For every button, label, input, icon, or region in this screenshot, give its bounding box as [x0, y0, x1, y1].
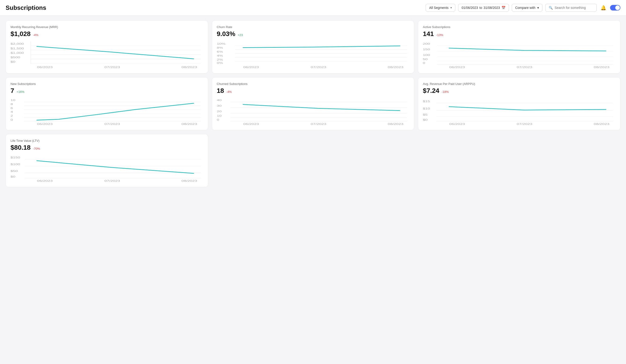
svg-text:$50: $50 [10, 170, 18, 172]
date-range-picker[interactable]: 01/06/2023 to 31/08/2023 📅 [458, 4, 509, 12]
svg-text:$15: $15 [423, 100, 430, 103]
main-content: Monthly Recurring Revenue (MRR) $1,028 -… [0, 16, 626, 196]
card-ltv-title: Life Time Value (LTV) [10, 139, 203, 143]
svg-text:6%: 6% [217, 50, 223, 53]
svg-text:0%: 0% [217, 62, 223, 64]
card-churned-subs-title: Churned Subscriptions [217, 82, 409, 86]
svg-text:40: 40 [217, 99, 222, 102]
page-header: Subscriptions All Segments ▾ 01/06/2023 … [0, 0, 626, 16]
svg-text:2: 2 [10, 114, 13, 117]
svg-text:07/2023: 07/2023 [104, 66, 120, 69]
search-icon: 🔍 [549, 6, 553, 10]
card-churned-subs-value-row: 18 -4% [217, 87, 409, 95]
svg-text:8%: 8% [217, 46, 223, 49]
svg-text:07/2023: 07/2023 [517, 123, 532, 125]
svg-text:0: 0 [217, 118, 219, 121]
svg-text:06/2023: 06/2023 [37, 66, 53, 69]
card-churn-title: Churn Rate [217, 25, 409, 29]
card-churned-subs-value: 18 [217, 87, 224, 95]
card-ltv-value-row: $80.18 -70% [10, 144, 203, 151]
card-churn-value: 9.03% [217, 30, 235, 38]
svg-text:$500: $500 [10, 56, 20, 59]
svg-text:08/2023: 08/2023 [388, 123, 403, 125]
card-mrr-value: $1,028 [10, 30, 31, 38]
svg-text:200: 200 [423, 42, 430, 45]
card-active-subs-chart: 200 150 100 50 0 06/2023 07/2023 08/2023 [423, 41, 616, 70]
page-title: Subscriptions [6, 4, 46, 11]
card-arppu-value: $7.24 [423, 87, 439, 95]
card-churn-badge: +23 [238, 33, 243, 37]
card-new-subs-value-row: 7 +16% [10, 87, 203, 95]
svg-text:$100: $100 [10, 163, 20, 166]
chevron-down-icon: ▾ [537, 6, 539, 10]
card-churn-value-row: 9.03% +23 [217, 30, 409, 38]
card-churn-chart: 10% 8% 6% 4% 2% 0% 06/2023 07/2023 08/20… [217, 41, 409, 70]
svg-text:$10: $10 [423, 107, 430, 110]
date-to: 31/08/2023 [484, 6, 500, 10]
svg-text:$2,000: $2,000 [10, 42, 24, 45]
svg-text:0: 0 [423, 62, 425, 64]
svg-text:10%: 10% [217, 42, 226, 45]
date-separator: to [479, 6, 482, 10]
svg-text:$1,000: $1,000 [10, 51, 24, 54]
card-arppu-badge: -18% [441, 90, 449, 94]
svg-text:07/2023: 07/2023 [311, 66, 326, 69]
svg-text:50: 50 [423, 58, 428, 61]
svg-text:4: 4 [10, 110, 13, 113]
svg-text:100: 100 [423, 54, 430, 56]
card-ltv-chart: $150 $100 $50 $0 06/2023 07/2023 08/2023 [10, 155, 203, 183]
svg-text:08/2023: 08/2023 [594, 66, 609, 69]
header-controls: All Segments ▾ 01/06/2023 to 31/08/2023 … [426, 4, 620, 12]
compare-label: Compare with [515, 6, 535, 10]
calendar-icon: 📅 [502, 6, 506, 10]
card-ltv-badge: -70% [33, 147, 40, 150]
svg-text:06/2023: 06/2023 [37, 180, 53, 182]
svg-text:10: 10 [217, 114, 222, 117]
toggle-knob [615, 5, 620, 10]
svg-text:$5: $5 [423, 113, 428, 116]
svg-text:$0: $0 [423, 118, 428, 121]
svg-text:08/2023: 08/2023 [181, 180, 197, 182]
svg-text:08/2023: 08/2023 [594, 123, 609, 125]
svg-text:10: 10 [10, 99, 15, 102]
svg-text:4%: 4% [217, 54, 223, 57]
svg-text:08/2023: 08/2023 [181, 123, 197, 125]
card-active-subs-title: Active Subscriptions [423, 25, 616, 29]
svg-text:06/2023: 06/2023 [449, 123, 465, 125]
card-churned-subs-chart: 40 30 20 10 0 06/2023 07/2023 08/2023 [217, 98, 409, 126]
card-mrr-badge: -4% [33, 33, 39, 37]
svg-text:$0: $0 [10, 175, 15, 178]
cards-row-2: New Subscriptions 7 +16% 10 8 6 4 2 0 [6, 77, 620, 130]
card-new-subs-badge: +16% [17, 90, 25, 94]
svg-text:$0: $0 [10, 60, 15, 63]
card-ltv-value: $80.18 [10, 144, 31, 151]
card-active-subs: Active Subscriptions 141 -13% 200 150 10… [418, 20, 620, 73]
toggle-switch[interactable] [610, 5, 620, 10]
svg-text:$1,500: $1,500 [10, 47, 24, 50]
card-churned-subs: Churned Subscriptions 18 -4% 40 30 20 10… [212, 77, 414, 130]
svg-text:$150: $150 [10, 156, 20, 159]
card-new-subs-title: New Subscriptions [10, 82, 203, 86]
svg-text:0: 0 [10, 118, 13, 121]
card-arppu-chart: $15 $10 $5 $0 06/2023 07/2023 08/2023 [423, 98, 616, 126]
notification-button[interactable]: 🔔 [600, 4, 607, 11]
card-new-subs-value: 7 [10, 87, 14, 95]
card-ltv: Life Time Value (LTV) $80.18 -70% $150 $… [6, 134, 208, 187]
card-active-subs-value-row: 141 -13% [423, 30, 616, 38]
svg-text:06/2023: 06/2023 [449, 66, 465, 69]
svg-text:07/2023: 07/2023 [517, 66, 532, 69]
card-arppu-value-row: $7.24 -18% [423, 87, 616, 95]
compare-dropdown[interactable]: Compare with ▾ [512, 4, 543, 12]
svg-text:07/2023: 07/2023 [311, 123, 326, 125]
search-input[interactable] [555, 6, 593, 10]
segment-dropdown[interactable]: All Segments ▾ [426, 4, 455, 12]
card-mrr-chart: $2,000 $1,500 $1,000 $500 $0 06/2023 07/… [10, 41, 203, 70]
svg-text:08/2023: 08/2023 [181, 66, 197, 69]
cards-row-3: Life Time Value (LTV) $80.18 -70% $150 $… [6, 134, 620, 187]
card-active-subs-value: 141 [423, 30, 434, 38]
svg-text:08/2023: 08/2023 [388, 66, 403, 69]
card-mrr: Monthly Recurring Revenue (MRR) $1,028 -… [6, 20, 208, 73]
svg-text:06/2023: 06/2023 [243, 66, 259, 69]
svg-text:30: 30 [217, 104, 222, 107]
card-new-subs: New Subscriptions 7 +16% 10 8 6 4 2 0 [6, 77, 208, 130]
